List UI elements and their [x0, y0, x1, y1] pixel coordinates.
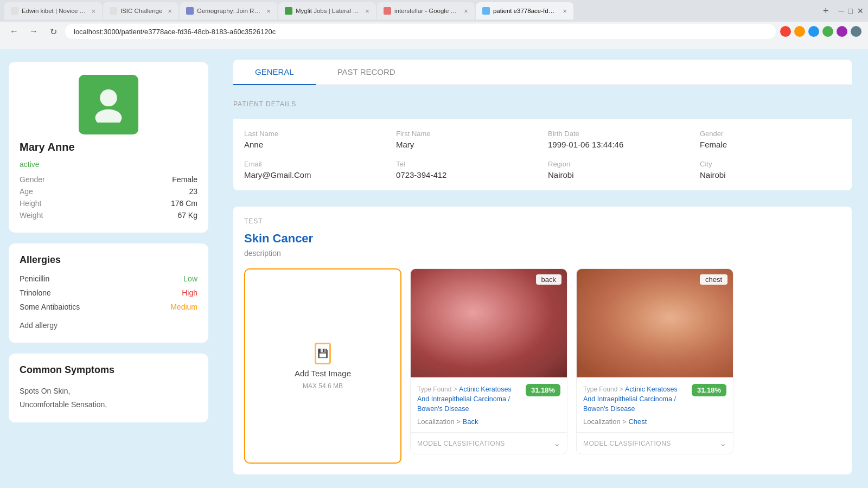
extension-icon-4 — [822, 26, 833, 37]
weight-value: 67 Kg — [177, 211, 197, 220]
images-row: 💾 Add Test Image MAX 54.6 MB backType Fo… — [244, 268, 841, 464]
browser-tab-tab4[interactable]: Myglit Jobs | Lateral Hiring -...× — [278, 2, 376, 20]
localization-value: Chest — [628, 418, 647, 426]
upload-label: Add Test Image — [295, 369, 351, 378]
patient-info: Gender Female Age 23 Height 176 Cm Weigh… — [20, 175, 197, 220]
tab-general[interactable]: GENERAL — [233, 60, 316, 85]
address-bar: ← → ↻ — [0, 22, 868, 41]
confidence-badge: 31.18% — [526, 384, 560, 396]
last-name-field: Last Name Anne — [244, 130, 385, 149]
age-row: Age 23 — [20, 187, 197, 196]
height-row: Height 176 Cm — [20, 199, 197, 208]
upload-sublabel: MAX 54.6 MB — [303, 382, 343, 390]
browser-tab-tab1[interactable]: Edwin kibet | Novice | Kaggle× — [4, 2, 102, 20]
back-nav-button[interactable]: ← — [7, 24, 22, 39]
url-input[interactable] — [65, 24, 776, 39]
allergy-severity: Low — [183, 274, 197, 283]
svg-point-1 — [95, 110, 122, 123]
symptoms-title: Common Symptoms — [20, 364, 197, 376]
forward-nav-button[interactable]: → — [26, 24, 41, 39]
skin-image-back — [411, 269, 567, 377]
model-classifications-label: MODEL CLASSIFICATIONS — [417, 440, 505, 447]
email-field: Email Mary@Gmail.Com — [244, 160, 385, 179]
image-card-top-back: back — [411, 269, 567, 377]
region-value: Nairobi — [548, 170, 689, 179]
add-allergy-button[interactable]: Add allergy — [20, 319, 58, 332]
tab-past-record[interactable]: PAST RECORD — [316, 60, 417, 85]
symptom-item: Uncomfortable Sensation, — [20, 398, 197, 412]
height-label: Height — [20, 199, 41, 208]
birth-date-label: Birth Date — [548, 130, 689, 138]
new-tab-button[interactable]: + — [819, 5, 833, 17]
minimize-button[interactable]: ─ — [839, 7, 844, 15]
profile-icon — [851, 26, 861, 37]
weight-label: Weight — [20, 211, 43, 220]
tel-field: Tel 0723-394-412 — [396, 160, 537, 179]
patient-name: Mary Anne — [20, 141, 75, 153]
profile-card: Mary Anne active Gender Female Age 23 He… — [9, 62, 208, 233]
test-section-label: TEST — [244, 217, 841, 225]
tab-close-tab4[interactable]: × — [365, 7, 369, 15]
symptoms-card: Common Symptoms Spots On Skin,Uncomforta… — [9, 354, 208, 422]
model-classifications-bar[interactable]: MODEL CLASSIFICATIONS — [411, 432, 567, 454]
region-field: Region Nairobi — [548, 160, 689, 179]
upload-card[interactable]: 💾 Add Test Image MAX 54.6 MB — [244, 268, 401, 464]
type-label: Type — [417, 386, 433, 393]
browser-tab-tab3[interactable]: Gemography: Join Remote Te...× — [180, 2, 277, 20]
extension-icon-1 — [780, 26, 791, 37]
image-card-back[interactable]: backType Found > Actinic Keratoses And I… — [410, 268, 567, 454]
diagnosis-row: Type Found > Actinic Keratoses And Intra… — [583, 384, 726, 413]
tab-close-tab1[interactable]: × — [91, 7, 95, 15]
tel-value: 0723-394-412 — [396, 170, 537, 179]
image-card-top-chest: chest — [577, 269, 733, 377]
birth-date-value: 1999-01-06 13:44:46 — [548, 140, 689, 149]
test-title: Skin Cancer — [244, 232, 841, 246]
extension-icon-5 — [837, 26, 847, 37]
allergies-title: Allergies — [20, 254, 197, 266]
allergy-item: Some AntibaioticsMedium — [20, 303, 197, 311]
localization-value: Back — [462, 418, 478, 426]
gender-row: Gender Female — [20, 175, 197, 184]
model-classifications-bar[interactable]: MODEL CLASSIFICATIONS — [577, 432, 733, 454]
tab-bar: Edwin kibet | Novice | Kaggle×ISIC Chall… — [0, 0, 868, 22]
image-card-bottom-chest: Type Found > Actinic Keratoses And Intra… — [577, 377, 733, 432]
chevron-down-icon — [719, 438, 727, 448]
maximize-button[interactable]: □ — [848, 7, 853, 15]
city-field: City Nairobi — [700, 160, 841, 179]
weight-row: Weight 67 Kg — [20, 211, 197, 220]
image-card-bottom-back: Type Found > Actinic Keratoses And Intra… — [411, 377, 567, 432]
tab-close-tab2[interactable]: × — [168, 7, 172, 15]
allergy-name: Some Antibaiotics — [20, 303, 80, 311]
extension-icon-2 — [794, 26, 805, 37]
browser-tab-tab2[interactable]: ISIC Challenge× — [103, 2, 178, 20]
allergy-item: TrinoloneHigh — [20, 288, 197, 297]
allergy-severity: Medium — [170, 303, 197, 311]
last-name-value: Anne — [244, 140, 385, 149]
image-cards: backType Found > Actinic Keratoses And I… — [410, 268, 733, 454]
allergy-item: PenicillinLow — [20, 274, 197, 283]
gender-label: Gender — [20, 175, 45, 184]
browser-tab-tab5[interactable]: interstellar - Google Search× — [377, 2, 475, 20]
height-value: 176 Cm — [171, 199, 197, 208]
found-label: Found > — [433, 386, 459, 393]
localization-row: Localization > Back — [417, 418, 560, 426]
allergies-card: Allergies PenicillinLowTrinoloneHighSome… — [9, 243, 208, 343]
main-layout: Mary Anne active Gender Female Age 23 He… — [0, 49, 868, 488]
avatar — [79, 75, 138, 134]
browser-tab-tab6[interactable]: patient e3778ace-fd36-48cb...× — [476, 2, 573, 20]
image-card-chest[interactable]: chestType Found > Actinic Keratoses And … — [576, 268, 733, 454]
tab-close-tab6[interactable]: × — [563, 7, 567, 15]
reload-button[interactable]: ↻ — [46, 24, 61, 39]
tab-close-tab5[interactable]: × — [464, 7, 468, 15]
diagnosis-row: Type Found > Actinic Keratoses And Intra… — [417, 384, 560, 413]
tabs-bar: GENERAL PAST RECORD — [233, 60, 852, 85]
extension-icon-3 — [808, 26, 819, 37]
symptom-item: Spots On Skin, — [20, 384, 197, 398]
location-badge-back: back — [536, 274, 561, 285]
close-button[interactable]: ✕ — [857, 7, 864, 15]
gender-detail-label: Gender — [700, 130, 841, 138]
test-section: TEST Skin Cancer description 💾 Add Test … — [233, 207, 852, 474]
gender-value: Female — [172, 175, 197, 184]
tab-close-tab3[interactable]: × — [266, 7, 271, 15]
skin-image-chest — [577, 269, 733, 377]
